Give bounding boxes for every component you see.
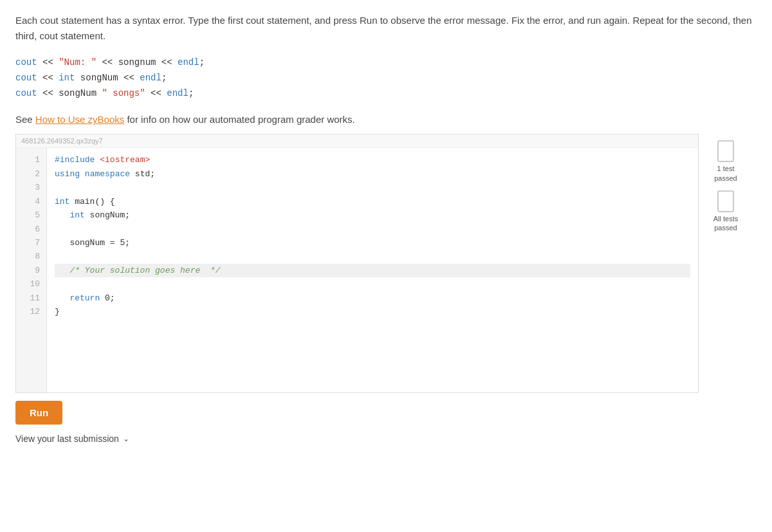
line-num-12: 12 xyxy=(16,305,46,318)
code-area[interactable]: #include <iostream> using namespace std;… xyxy=(47,148,698,392)
line-num-7: 7 xyxy=(16,236,46,250)
view-submission[interactable]: View your last submission ⌄ xyxy=(15,434,757,444)
editor-id: 468126.2649352.qx3zqy7 xyxy=(16,134,698,148)
code-line-2: using namespace std; xyxy=(55,167,690,181)
code-line-8 xyxy=(55,250,690,263)
code-line-3 xyxy=(55,181,690,194)
line-num-9: 9 xyxy=(16,264,46,277)
line-num-3: 3 xyxy=(16,181,46,194)
sidebar-badges: 1 testpassed All testspassed xyxy=(701,134,750,239)
badge-1-test: 1 testpassed xyxy=(714,140,737,183)
zybooks-link[interactable]: How to Use zyBooks xyxy=(35,114,124,125)
view-submission-label: View your last submission xyxy=(15,434,119,444)
line-num-5: 5 xyxy=(16,208,46,222)
code-line-6 xyxy=(55,223,690,236)
badge-1-test-icon xyxy=(717,140,735,162)
editor-outer: 468126.2649352.qx3zqy7 1 2 3 4 5 6 7 8 9… xyxy=(15,134,699,393)
line-num-11: 11 xyxy=(16,291,46,305)
see-line: See How to Use zyBooks for info on how o… xyxy=(15,114,757,125)
see-prefix: See xyxy=(15,114,35,125)
code-line-9: /* Your solution goes here */ xyxy=(55,264,690,277)
code-editor: 468126.2649352.qx3zqy7 1 2 3 4 5 6 7 8 9… xyxy=(15,134,699,393)
editor-body: 1 2 3 4 5 6 7 8 9 10 11 12 #include <ios… xyxy=(16,148,698,392)
svg-rect-1 xyxy=(718,191,733,212)
code-line-11: return 0; xyxy=(55,291,690,305)
instructions-text: Each cout statement has a syntax error. … xyxy=(15,13,757,44)
code-examples: cout << "Num: " << songnum << endl; cout… xyxy=(15,55,757,101)
run-button[interactable]: Run xyxy=(15,401,62,425)
badge-1-test-label: 1 testpassed xyxy=(714,164,737,183)
line-num-8: 8 xyxy=(16,250,46,263)
code-line-12: } xyxy=(55,305,690,318)
line-num-2: 2 xyxy=(16,167,46,181)
code-line-1: #include <iostream> xyxy=(55,153,690,167)
line-num-10: 10 xyxy=(16,277,46,291)
code-line-4: int main() { xyxy=(55,195,690,208)
badge-all-tests-icon xyxy=(717,190,735,212)
line-num-4: 4 xyxy=(16,195,46,208)
line-num-6: 6 xyxy=(16,223,46,236)
chevron-down-icon: ⌄ xyxy=(123,434,129,443)
see-suffix: for info on how our automated program gr… xyxy=(124,114,355,125)
line-numbers: 1 2 3 4 5 6 7 8 9 10 11 12 xyxy=(16,148,47,392)
badge-all-tests-label: All testspassed xyxy=(713,214,739,233)
code-line-7: songNum = 5; xyxy=(55,236,690,250)
line-num-1: 1 xyxy=(16,153,46,167)
badge-all-tests: All testspassed xyxy=(713,190,739,233)
svg-rect-0 xyxy=(718,141,733,161)
code-line-10 xyxy=(55,277,690,291)
code-line-5: int songNum; xyxy=(55,208,690,222)
